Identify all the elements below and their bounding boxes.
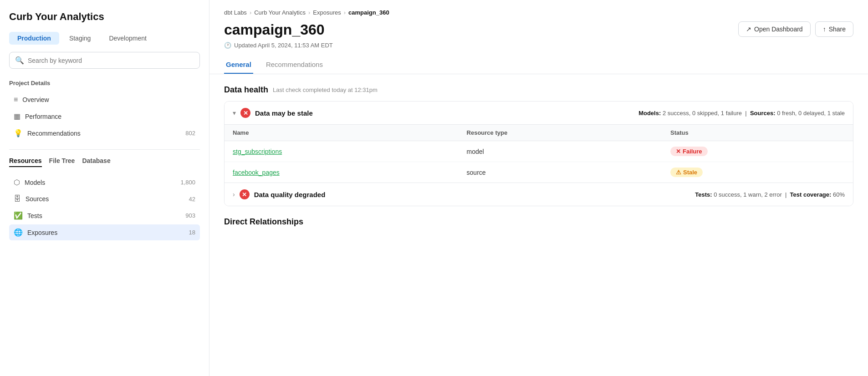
col-resource-type: Resource type — [459, 125, 662, 141]
project-details-label: Project Details — [9, 80, 200, 86]
health-card: ▾ ✕ Data may be stale Models: 2 success,… — [224, 101, 853, 206]
updated-info: 🕐 Updated April 5, 2024, 11:53 AM EDT — [209, 38, 868, 56]
share-button[interactable]: ↑ Share — [815, 21, 853, 37]
sidebar-item-overview[interactable]: ≡ Overview — [9, 92, 200, 107]
direct-relationships-title: Direct Relationships — [224, 217, 853, 227]
overview-label: Overview — [22, 96, 49, 103]
env-tab-production[interactable]: Production — [9, 32, 59, 45]
tab-recommendations[interactable]: Recommendations — [264, 56, 325, 74]
performance-icon: ▦ — [14, 112, 20, 121]
breadcrumb-project[interactable]: Curb Your Analytics — [254, 9, 306, 16]
updated-timestamp: Updated April 5, 2024, 11:53 AM EDT — [234, 42, 333, 49]
sidebar-divider — [9, 149, 200, 150]
share-icon: ↑ — [823, 25, 826, 33]
res-tab-database[interactable]: Database — [82, 157, 110, 167]
table-row: facebook_pages source ⚠ Stale — [225, 162, 853, 183]
sidebar-item-exposures[interactable]: 🌐 Exposures 18 — [9, 224, 200, 240]
tests-icon: ✅ — [14, 211, 23, 220]
search-box: 🔍 — [9, 52, 200, 69]
search-icon: 🔍 — [15, 56, 24, 65]
breadcrumb-current: campaign_360 — [348, 9, 389, 16]
data-health-title: Data health — [224, 85, 268, 95]
health-table-head: Name Resource type Status — [225, 125, 853, 141]
breadcrumb-sep-3: › — [344, 9, 346, 16]
failure-label: Failure — [683, 148, 702, 155]
data-health-header: Data health Last check completed today a… — [224, 85, 853, 95]
chevron-right-icon[interactable]: › — [233, 191, 235, 198]
health-table-stale: Name Resource type Status stg_subscripti… — [225, 125, 853, 183]
sidebar-item-recommendations[interactable]: 💡 Recommendations 802 — [9, 125, 200, 141]
recommendations-count: 802 — [185, 130, 195, 137]
env-tab-development[interactable]: Development — [101, 32, 155, 45]
models-icon: ⬡ — [14, 178, 20, 187]
recommendations-icon: 💡 — [14, 129, 23, 137]
stale-label: Stale — [683, 169, 697, 176]
table-row: stg_subscriptions model ✕ Failure — [225, 141, 853, 162]
health-table-body: stg_subscriptions model ✕ Failure facebo… — [225, 141, 853, 183]
page-header: campaign_360 ↗ Open Dashboard ↑ Share — [209, 16, 868, 38]
breadcrumb-sep-2: › — [308, 9, 310, 16]
breadcrumb-dbtlabs[interactable]: dbt Labs — [224, 9, 247, 16]
data-health-section: Data health Last check completed today a… — [209, 85, 868, 227]
open-dashboard-label: Open Dashboard — [754, 25, 803, 33]
models-label: Models — [25, 179, 45, 186]
sidebar-item-tests[interactable]: ✅ Tests 903 — [9, 208, 200, 224]
search-input[interactable] — [28, 57, 194, 64]
env-tab-staging[interactable]: Staging — [61, 32, 99, 45]
health-row-stale-header: ▾ ✕ Data may be stale Models: 2 success,… — [225, 102, 853, 125]
resources-tab-group: Resources File Tree Database — [9, 157, 200, 167]
content-tab-group: General Recommendations — [209, 56, 868, 74]
sources-count: 42 — [189, 196, 195, 203]
row-resource-model: model — [459, 141, 662, 162]
external-link-icon: ↗ — [746, 25, 751, 33]
exposures-label: Exposures — [27, 229, 57, 236]
health-row-quality-header: › ✕ Data quality degraded Tests: 0 succe… — [225, 183, 853, 206]
quality-title: Data quality degraded — [254, 191, 326, 198]
sidebar: Curb Your Analytics Production Staging D… — [0, 0, 209, 376]
exposures-count: 18 — [189, 229, 195, 236]
chevron-down-icon[interactable]: ▾ — [233, 109, 236, 117]
sources-label: Sources — [26, 195, 49, 203]
app-title: Curb Your Analytics — [9, 11, 200, 23]
stale-stats: Models: 2 success, 0 skipped, 1 failure … — [638, 110, 845, 117]
data-health-last-check: Last check completed today at 12:31pm — [273, 86, 378, 93]
failure-icon: ✕ — [676, 148, 681, 155]
env-tab-group: Production Staging Development — [9, 32, 200, 45]
row-resource-source: source — [459, 162, 662, 183]
tests-count: 903 — [185, 212, 195, 219]
sidebar-item-models[interactable]: ⬡ Models 1,800 — [9, 174, 200, 190]
stale-icon: ⚠ — [676, 169, 681, 176]
models-count: 1,800 — [180, 179, 195, 186]
header-buttons: ↗ Open Dashboard ↑ Share — [738, 21, 853, 37]
recommendations-label: Recommendations — [27, 130, 81, 137]
clock-icon: 🕐 — [224, 42, 231, 49]
sidebar-item-performance[interactable]: ▦ Performance — [9, 108, 200, 124]
share-label: Share — [829, 25, 846, 33]
col-status: Status — [662, 125, 853, 141]
breadcrumb-exposures[interactable]: Exposures — [313, 9, 341, 16]
quality-stats: Tests: 0 success, 1 warn, 2 error | Test… — [695, 191, 845, 198]
tab-general[interactable]: General — [224, 56, 253, 74]
stale-title: Data may be stale — [255, 109, 313, 117]
overview-icon: ≡ — [14, 96, 18, 104]
breadcrumb-sep-1: › — [250, 9, 251, 16]
quality-error-icon: ✕ — [240, 189, 250, 199]
sidebar-item-sources[interactable]: 🗄 Sources 42 — [9, 191, 200, 207]
page-title: campaign_360 — [224, 21, 325, 38]
sources-icon: 🗄 — [14, 195, 21, 203]
res-tab-resources[interactable]: Resources — [9, 157, 42, 167]
row-status-failure: ✕ Failure — [662, 141, 853, 162]
row-status-stale: ⚠ Stale — [662, 162, 853, 183]
exposures-icon: 🌐 — [14, 228, 23, 237]
performance-label: Performance — [25, 113, 61, 120]
main-content: dbt Labs › Curb Your Analytics › Exposur… — [209, 0, 868, 376]
col-name: Name — [225, 125, 459, 141]
row-name-facebook-pages[interactable]: facebook_pages — [233, 169, 280, 176]
res-tab-filetree[interactable]: File Tree — [49, 157, 75, 167]
breadcrumb: dbt Labs › Curb Your Analytics › Exposur… — [209, 0, 868, 16]
row-name-stg-subscriptions[interactable]: stg_subscriptions — [233, 148, 282, 155]
open-dashboard-button[interactable]: ↗ Open Dashboard — [738, 21, 811, 37]
tests-label: Tests — [27, 212, 42, 219]
stale-error-icon: ✕ — [240, 108, 250, 118]
